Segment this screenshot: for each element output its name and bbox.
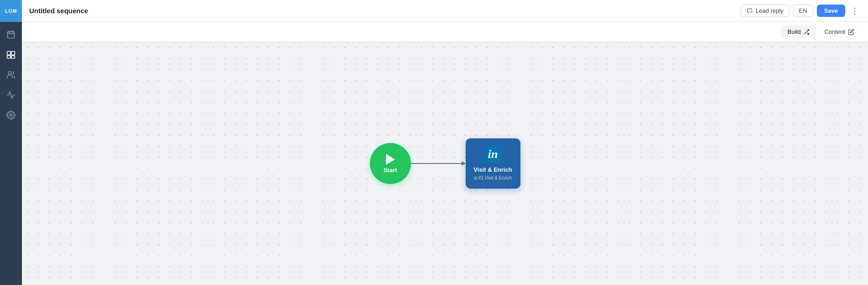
svg-point-8 <box>8 72 11 75</box>
edit-icon <box>848 29 854 35</box>
play-icon <box>386 154 395 165</box>
sidebar-item-settings[interactable] <box>2 106 20 124</box>
flow-area: Start in Visit & Enrich #1 Visit & Enric… <box>370 138 520 189</box>
sidebar-nav <box>2 22 20 285</box>
language-button[interactable]: EN <box>793 5 813 17</box>
more-options-button[interactable]: ⋮ <box>849 5 861 17</box>
calendar-icon <box>6 30 16 39</box>
sequences-icon <box>6 50 16 59</box>
sidebar-item-calendar[interactable] <box>2 26 20 44</box>
linkedin-logo: in <box>485 146 501 163</box>
linkedin-node-title: Visit & Enrich <box>473 166 512 173</box>
linkedin-node[interactable]: in Visit & Enrich #1 Visit & Enrich <box>466 138 520 189</box>
svg-rect-7 <box>11 56 15 58</box>
workflow-canvas[interactable]: Start in Visit & Enrich #1 Visit & Enric… <box>22 42 868 285</box>
activity-icon <box>6 90 16 100</box>
tab-content[interactable]: Content <box>818 26 861 38</box>
header: Untitled sequence Lead reply EN Save ⋮ <box>22 0 868 22</box>
page-title: Untitled sequence <box>29 7 735 15</box>
main-content: Untitled sequence Lead reply EN Save ⋮ B… <box>22 0 868 285</box>
lead-reply-button[interactable]: Lead reply <box>741 5 790 17</box>
sidebar-item-activity[interactable] <box>2 86 20 104</box>
arrow-connector <box>411 161 466 166</box>
tab-build[interactable]: Build <box>781 26 816 38</box>
header-actions: Lead reply EN Save ⋮ <box>741 5 861 17</box>
app-logo: LGM <box>0 0 22 22</box>
svg-rect-0 <box>8 32 15 38</box>
sidebar-item-sequences[interactable] <box>2 46 20 64</box>
svg-rect-6 <box>7 56 11 58</box>
sub-header: Build Content <box>22 22 868 42</box>
linkedin-node-subtitle: #1 Visit & Enrich <box>474 175 512 181</box>
people-icon <box>6 70 16 79</box>
sidebar-item-people[interactable] <box>2 66 20 84</box>
svg-rect-4 <box>7 52 11 55</box>
sidebar: LGM <box>0 0 22 285</box>
start-node[interactable]: Start <box>370 143 411 184</box>
arrow-head <box>462 161 466 166</box>
start-node-label: Start <box>384 167 397 174</box>
arrow-line <box>411 163 462 164</box>
save-button[interactable]: Save <box>817 5 845 17</box>
svg-point-9 <box>10 114 12 116</box>
build-icon <box>803 29 810 35</box>
svg-rect-5 <box>11 52 15 55</box>
settings-icon <box>6 111 16 120</box>
reply-icon <box>747 8 753 14</box>
